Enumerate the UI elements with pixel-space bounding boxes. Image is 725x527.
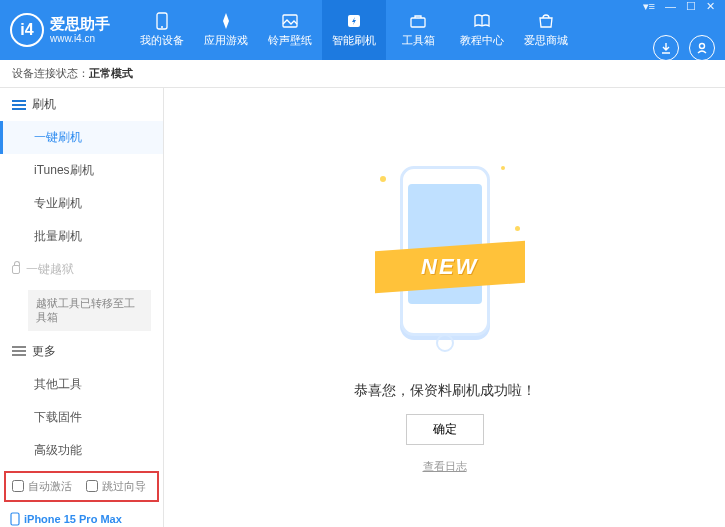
nav-apps-games[interactable]: 应用游戏: [194, 0, 258, 60]
options-highlight-box: 自动激活 跳过向导: [4, 471, 159, 502]
list-icon: [12, 104, 26, 106]
store-icon: [536, 12, 556, 30]
toolbox-icon: [408, 12, 428, 30]
success-illustration: NEW: [380, 156, 510, 366]
app-url: www.i4.cn: [50, 33, 110, 44]
nav-smart-flash[interactable]: 智能刷机: [322, 0, 386, 60]
nav-ringtone-wallpaper[interactable]: 铃声壁纸: [258, 0, 322, 60]
lock-icon: [12, 265, 20, 274]
wallpaper-icon: [280, 12, 300, 30]
sidebar-group-more[interactable]: 更多: [0, 335, 163, 368]
device-icon: [152, 12, 172, 30]
view-log-link[interactable]: 查看日志: [423, 459, 467, 474]
logo: i4 爱思助手 www.i4.cn: [10, 13, 110, 47]
nav-tutorials[interactable]: 教程中心: [450, 0, 514, 60]
nav-tabs: 我的设备 应用游戏 铃声壁纸 智能刷机 工具箱 教程中心 爱思商城: [130, 0, 578, 60]
nav-store[interactable]: 爱思商城: [514, 0, 578, 60]
download-button[interactable]: [653, 35, 679, 61]
sidebar-item-download-firmware[interactable]: 下载固件: [0, 401, 163, 434]
logo-icon: i4: [10, 13, 44, 47]
sidebar-group-jailbreak: 一键越狱: [0, 253, 163, 286]
svg-point-6: [700, 43, 705, 48]
jailbreak-note: 越狱工具已转移至工具箱: [28, 290, 151, 331]
menu-icon[interactable]: ▾≡: [643, 0, 655, 13]
sidebar-item-advanced[interactable]: 高级功能: [0, 434, 163, 467]
user-button[interactable]: [689, 35, 715, 61]
svg-rect-4: [411, 18, 425, 27]
sidebar-group-flash[interactable]: 刷机: [0, 88, 163, 121]
list-icon: [12, 350, 26, 352]
sidebar-item-other-tools[interactable]: 其他工具: [0, 368, 163, 401]
ok-button[interactable]: 确定: [406, 414, 484, 445]
success-message: 恭喜您，保资料刷机成功啦！: [354, 382, 536, 400]
close-icon[interactable]: ✕: [706, 0, 715, 13]
auto-activate-checkbox[interactable]: 自动激活: [12, 479, 72, 494]
status-mode: 正常模式: [89, 66, 133, 81]
book-icon: [472, 12, 492, 30]
nav-toolbox[interactable]: 工具箱: [386, 0, 450, 60]
sidebar-item-pro-flash[interactable]: 专业刷机: [0, 187, 163, 220]
titlebar: i4 爱思助手 www.i4.cn 我的设备 应用游戏 铃声壁纸 智能刷机 工具…: [0, 0, 725, 60]
minimize-icon[interactable]: —: [665, 0, 676, 13]
apps-icon: [216, 12, 236, 30]
app-name: 爱思助手: [50, 16, 110, 33]
device-info: iPhone 15 Pro Max 512GB iPhone: [0, 506, 163, 527]
sidebar-item-batch-flash[interactable]: 批量刷机: [0, 220, 163, 253]
new-ribbon: NEW: [375, 241, 525, 293]
sidebar: 刷机 一键刷机 iTunes刷机 专业刷机 批量刷机 一键越狱 越狱工具已转移至…: [0, 88, 164, 527]
nav-my-device[interactable]: 我的设备: [130, 0, 194, 60]
sidebar-item-itunes-flash[interactable]: iTunes刷机: [0, 154, 163, 187]
sidebar-item-oneclick-flash[interactable]: 一键刷机: [0, 121, 163, 154]
skip-guide-checkbox[interactable]: 跳过向导: [86, 479, 146, 494]
window-controls: ▾≡ — ☐ ✕: [643, 0, 715, 13]
svg-rect-7: [11, 513, 19, 525]
main-content: NEW 恭喜您，保资料刷机成功啦！ 确定 查看日志: [164, 88, 725, 527]
maximize-icon[interactable]: ☐: [686, 0, 696, 13]
flash-icon: [344, 12, 364, 30]
phone-icon: [10, 512, 20, 526]
status-bar: 设备连接状态：正常模式: [0, 60, 725, 88]
